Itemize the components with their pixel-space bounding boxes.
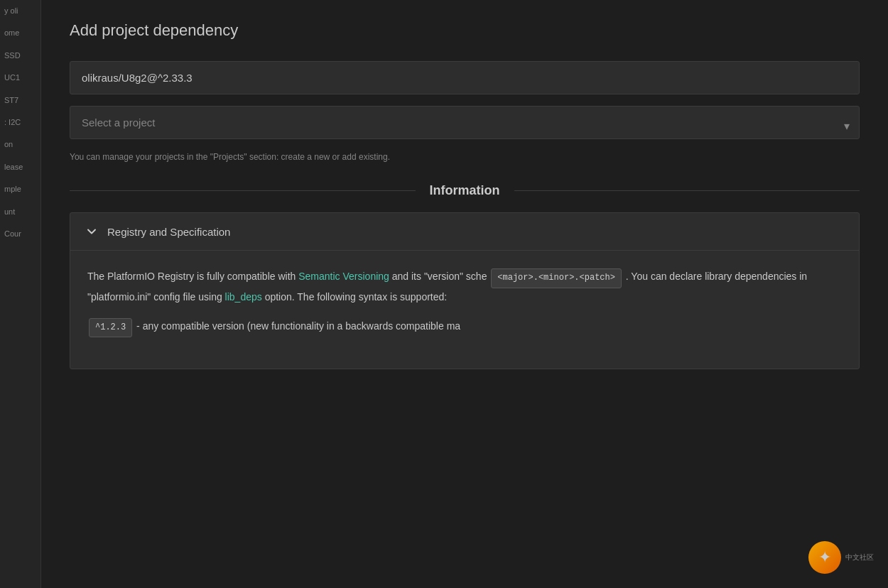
semantic-versioning-link[interactable]: Semantic Versioning	[298, 271, 389, 282]
information-divider: Information	[70, 183, 860, 198]
project-helper-text: You can manage your projects in the "Pro…	[70, 151, 860, 163]
sidebar-item-ome[interactable]: ome	[0, 22, 40, 44]
version-example-badge: ^1.2.3	[89, 318, 132, 338]
registry-accordion: Registry and Specification The PlatformI…	[70, 212, 860, 369]
main-content: Add project dependency Select a project …	[41, 0, 888, 588]
version-example-paragraph: ^1.2.3 - any compatible version (new fun…	[87, 317, 842, 338]
sidebar-item-mple[interactable]: mple	[0, 178, 40, 200]
watermark-icon: ✦	[808, 541, 841, 574]
accordion-content: The PlatformIO Registry is fully compati…	[70, 251, 859, 369]
dependency-input[interactable]	[70, 61, 860, 94]
sidebar-item-st7[interactable]: ST7	[0, 89, 40, 111]
project-select[interactable]: Select a project	[70, 106, 860, 139]
page-title: Add project dependency	[70, 21, 860, 40]
content-end: option. The following syntax is supporte…	[265, 291, 448, 303]
sidebar-item-cour[interactable]: Cour	[0, 223, 40, 245]
sidebar-item-i2c[interactable]: : I2C	[0, 111, 40, 134]
watermark: ✦ 中文社区	[808, 541, 874, 574]
sidebar-item-y-oli[interactable]: y oli	[0, 0, 40, 22]
watermark-label: 中文社区	[845, 552, 874, 562]
accordion-title: Registry and Specification	[107, 226, 230, 238]
lib-deps-link[interactable]: lib_deps	[225, 291, 262, 303]
sidebar-item-ssd[interactable]: SSD	[0, 45, 40, 67]
accordion-paragraph: The PlatformIO Registry is fully compati…	[87, 268, 842, 306]
sidebar-item-unt[interactable]: unt	[0, 201, 40, 223]
content-middle: and its "version" sche	[392, 271, 487, 282]
version-description: - any compatible version (new functional…	[136, 320, 460, 332]
chevron-down-icon	[85, 224, 99, 239]
sidebar-item-on[interactable]: on	[0, 134, 40, 156]
version-schema-badge: <major>.<minor>.<patch>	[491, 268, 622, 288]
content-intro: The PlatformIO Registry is fully compati…	[87, 271, 296, 282]
divider-line-left	[70, 190, 416, 191]
sidebar: y oli ome SSD UC1 ST7 : I2C on lease mpl…	[0, 0, 41, 588]
accordion-header[interactable]: Registry and Specification	[70, 213, 859, 251]
sidebar-item-uc1[interactable]: UC1	[0, 67, 40, 89]
sidebar-item-lease[interactable]: lease	[0, 156, 40, 178]
information-label: Information	[416, 183, 514, 198]
divider-line-right	[514, 190, 860, 191]
